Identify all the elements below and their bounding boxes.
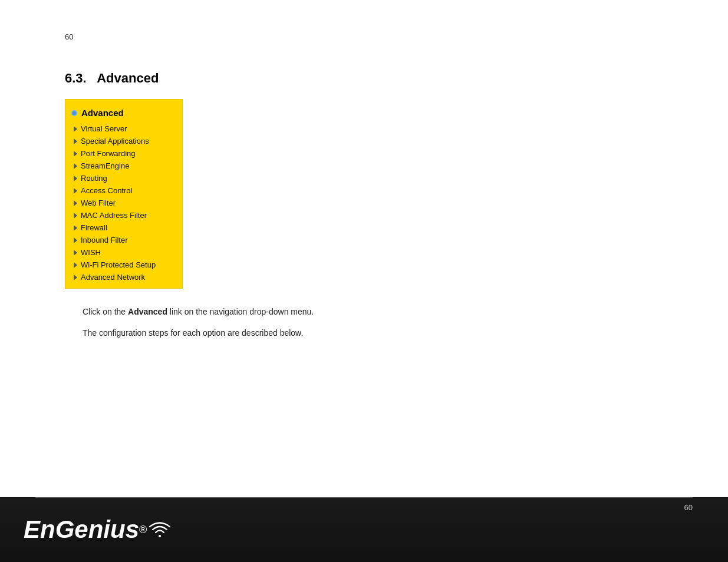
page-number-top: 60 bbox=[65, 32, 73, 41]
section-heading: 6.3. Advanced bbox=[65, 71, 663, 86]
menu-item[interactable]: Web Filter bbox=[65, 197, 182, 209]
description-line1: Click on the Advanced link on the naviga… bbox=[83, 305, 663, 318]
triangle-icon bbox=[74, 225, 77, 231]
menu-item[interactable]: Routing bbox=[65, 172, 182, 184]
footer-page-number: 60 bbox=[684, 503, 693, 512]
menu-item-label: MAC Address Filter bbox=[81, 211, 147, 220]
menu-item[interactable]: StreamEngine bbox=[65, 160, 182, 172]
triangle-icon bbox=[74, 188, 77, 194]
triangle-icon bbox=[74, 151, 77, 157]
menu-item-label: Special Applications bbox=[81, 137, 149, 146]
wifi-icon bbox=[148, 521, 172, 538]
menu-header: Advanced bbox=[65, 104, 182, 123]
desc-suffix: link on the navigation drop-down menu. bbox=[167, 307, 314, 316]
triangle-icon bbox=[74, 250, 77, 256]
logo-en: En bbox=[24, 515, 55, 544]
menu-item-label: Port Forwarding bbox=[81, 149, 135, 158]
menu-item-label: Routing bbox=[81, 174, 107, 183]
logo-genius: Genius bbox=[55, 515, 139, 544]
footer-line bbox=[35, 497, 693, 498]
menu-item[interactable]: MAC Address Filter bbox=[65, 209, 182, 222]
menu-header-label: Advanced bbox=[81, 108, 124, 118]
main-content: 6.3. Advanced Advanced Virtual ServerSpe… bbox=[0, 0, 728, 372]
menu-item-label: StreamEngine bbox=[81, 161, 129, 170]
desc-prefix: Click on the bbox=[83, 307, 128, 316]
menu-item[interactable]: Wi-Fi Protected Setup bbox=[65, 259, 182, 271]
triangle-icon bbox=[74, 213, 77, 219]
menu-item-label: Wi-Fi Protected Setup bbox=[81, 260, 156, 269]
menu-item-label: Advanced Network bbox=[81, 273, 145, 282]
triangle-icon bbox=[74, 126, 77, 132]
footer-logo: EnGenius® bbox=[24, 515, 173, 544]
description-block: Click on the Advanced link on the naviga… bbox=[83, 305, 663, 340]
section-title: Advanced bbox=[97, 71, 159, 85]
desc-bold: Advanced bbox=[128, 307, 167, 316]
menu-item-label: Web Filter bbox=[81, 199, 116, 207]
menu-item-label: Virtual Server bbox=[81, 124, 127, 133]
triangle-icon bbox=[74, 262, 77, 268]
menu-item[interactable]: Virtual Server bbox=[65, 123, 182, 135]
triangle-icon bbox=[74, 176, 77, 181]
menu-item[interactable]: Access Control bbox=[65, 184, 182, 197]
menu-item[interactable]: Special Applications bbox=[65, 135, 182, 147]
menu-item-label: WISH bbox=[81, 248, 101, 257]
section-number: 6.3. bbox=[65, 71, 87, 85]
menu-item-label: Inbound Filter bbox=[81, 236, 128, 244]
triangle-icon bbox=[74, 163, 77, 169]
menu-header-dot bbox=[71, 110, 77, 116]
svg-point-0 bbox=[159, 535, 161, 537]
registered-mark: ® bbox=[139, 524, 147, 536]
description-line2: The configuration steps for each option … bbox=[83, 326, 663, 339]
triangle-icon bbox=[74, 237, 77, 243]
menu-item-label: Access Control bbox=[81, 186, 132, 195]
triangle-icon bbox=[74, 200, 77, 206]
menu-item[interactable]: Inbound Filter bbox=[65, 234, 182, 246]
menu-item[interactable]: Firewall bbox=[65, 222, 182, 234]
menu-item[interactable]: Advanced Network bbox=[65, 271, 182, 283]
footer: EnGenius® 60 bbox=[0, 497, 728, 562]
menu-item[interactable]: WISH bbox=[65, 246, 182, 259]
menu-item[interactable]: Port Forwarding bbox=[65, 147, 182, 160]
triangle-icon bbox=[74, 138, 77, 144]
triangle-icon bbox=[74, 275, 77, 280]
advanced-menu: Advanced Virtual ServerSpecial Applicati… bbox=[65, 99, 183, 289]
menu-item-label: Firewall bbox=[81, 223, 107, 232]
